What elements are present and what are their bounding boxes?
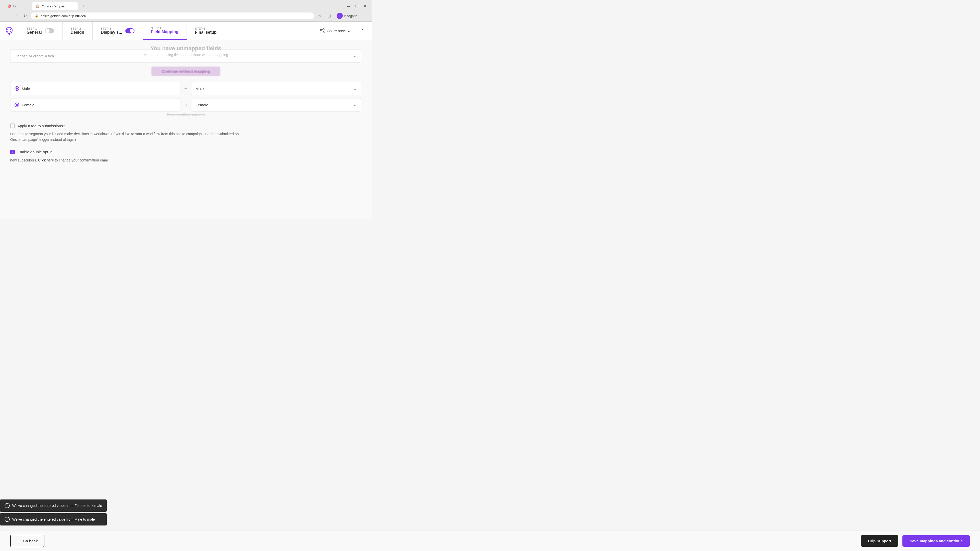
drip-logo-icon — [4, 26, 14, 36]
mapping-source-male-label: Male — [22, 86, 30, 91]
mapping-arrow-male: → — [183, 86, 188, 91]
bookmark-button[interactable]: ☆ — [316, 12, 323, 19]
step-field-mapping-number: STEP 4 — [151, 27, 179, 30]
header-actions: Share preview ⋮ — [310, 22, 372, 40]
field-selector-chevron-icon: ⌄ — [353, 53, 357, 59]
step-display-name: Display s... — [101, 30, 122, 35]
step-general-toggle[interactable] — [45, 28, 54, 33]
svg-line-6 — [321, 29, 323, 30]
step-final-setup-number: STEP 5 — [195, 27, 216, 30]
tag-section: Apply a tag to submissions? Use tags to … — [10, 124, 361, 143]
step-general-number: STEP 1 — [27, 27, 42, 30]
drip-tab-favicon: 🎯 — [7, 4, 11, 8]
double-optin-section: ✓ Enable double opt-in new subscribers. … — [10, 150, 361, 163]
double-optin-check-icon: ✓ — [11, 150, 14, 154]
step-design-name: Design — [71, 30, 84, 35]
step-final-setup-name: Final setup — [195, 30, 216, 35]
share-preview-button[interactable]: Share preview — [316, 25, 355, 36]
step-final-setup[interactable]: STEP 5 Final setup — [187, 22, 225, 40]
app-logo — [0, 22, 18, 40]
svg-point-1 — [7, 29, 8, 30]
general-toggle-thumb — [45, 29, 49, 33]
app-header: STEP 1 General STEP 2 Design STEP 3 Disp… — [0, 22, 372, 40]
address-text: onsite.getdrip.com/drip-builder/ — [41, 14, 86, 18]
continue-without-mapping-below[interactable]: Continue without mapping — [10, 113, 361, 116]
svg-point-5 — [323, 31, 325, 32]
address-bar[interactable]: 🔒 onsite.getdrip.com/drip-builder/ — [30, 13, 314, 19]
browser-more-button[interactable]: ⋮ — [361, 12, 369, 19]
steps-nav: STEP 1 General STEP 2 Design STEP 3 Disp… — [18, 22, 310, 40]
double-optin-label: Enable double opt-in — [18, 150, 52, 154]
mapping-target-male-label: Male — [196, 86, 204, 91]
field-selector-dropdown[interactable]: Choose or create a field... ⌄ — [10, 49, 361, 62]
radio-male-inner — [16, 87, 18, 89]
svg-point-0 — [6, 27, 12, 33]
confirmation-suffix-text: to change your confirmation email. — [54, 158, 110, 162]
step-design-info: STEP 2 Design — [71, 27, 84, 35]
address-bar-row: ← → ↻ 🔒 onsite.getdrip.com/drip-builder/… — [0, 10, 372, 21]
new-tab-button[interactable]: + — [80, 3, 87, 10]
mapping-target-female-label: Female — [196, 103, 208, 107]
step-display-toggle[interactable] — [125, 28, 135, 33]
main-content: You have unmapped fields Map the remaini… — [0, 40, 372, 219]
svg-line-7 — [321, 30, 323, 32]
mapping-target-male[interactable]: Male ⌄ — [191, 82, 361, 95]
step-field-mapping[interactable]: STEP 4 Field Mapping — [143, 22, 187, 40]
drip-tab-label: Drip — [13, 4, 19, 8]
profile-button[interactable]: I Incognito — [334, 12, 360, 20]
title-bar: 🎯 Drip ✕ 📋 Onsite Campaign ✕ + ⌄ — ❐ ✕ — [0, 0, 372, 10]
drip-tab-close[interactable]: ✕ — [21, 4, 25, 8]
step-design[interactable]: STEP 2 Design — [62, 22, 93, 40]
profile-label: Incognito — [344, 14, 357, 18]
radio-female[interactable] — [14, 103, 19, 107]
double-optin-row: ✓ Enable double opt-in — [10, 150, 361, 154]
onsite-tab-label: Onsite Campaign — [42, 4, 67, 8]
click-here-link[interactable]: Click here — [38, 158, 54, 162]
share-icon — [320, 27, 325, 34]
close-button[interactable]: ✕ — [361, 3, 369, 10]
restore-button[interactable]: ❐ — [353, 3, 360, 10]
onsite-tab-close[interactable]: ✕ — [69, 4, 73, 8]
extensions-button[interactable]: ⊡ — [325, 12, 332, 19]
tab-drip[interactable]: 🎯 Drip ✕ — [3, 2, 30, 10]
step-design-number: STEP 2 — [71, 27, 84, 30]
refresh-button[interactable]: ↻ — [21, 12, 29, 19]
step-field-mapping-info: STEP 4 Field Mapping — [151, 27, 179, 34]
apply-tag-row: Apply a tag to submissions? — [10, 124, 361, 128]
general-toggle-track[interactable] — [45, 28, 54, 33]
mapping-arrow-female: → — [183, 102, 188, 108]
more-options-button[interactable]: ⋮ — [358, 27, 366, 35]
svg-point-3 — [323, 28, 325, 29]
forward-button[interactable]: → — [12, 12, 19, 19]
confirmation-new-subscribers: new subscribers. — [10, 158, 38, 162]
share-preview-label: Share preview — [328, 29, 350, 33]
step-display-info: STEP 3 Display s... — [101, 27, 122, 35]
back-button[interactable]: ← — [3, 12, 10, 19]
tag-description: Use tags to segment your list and make d… — [10, 131, 240, 143]
minimize-window-button[interactable]: ⌄ — [337, 3, 344, 10]
step-display[interactable]: STEP 3 Display s... — [93, 22, 143, 40]
step-general[interactable]: STEP 1 General — [18, 22, 62, 40]
confirmation-text: new subscribers. Click here to change yo… — [10, 157, 240, 163]
mapping-rows: Male → Male ⌄ Female → Female — [10, 82, 361, 111]
radio-male[interactable] — [14, 86, 19, 91]
tab-onsite[interactable]: 📋 Onsite Campaign ✕ — [32, 2, 78, 10]
browser-chrome: 🎯 Drip ✕ 📋 Onsite Campaign ✕ + ⌄ — ❐ ✕ ←… — [0, 0, 372, 22]
display-toggle-thumb — [130, 29, 134, 33]
step-general-name: General — [27, 30, 42, 35]
svg-point-2 — [10, 29, 11, 30]
field-selector-placeholder: Choose or create a field... — [14, 54, 59, 58]
display-toggle-track[interactable] — [125, 28, 135, 33]
mapping-target-female-chevron: ⌄ — [353, 102, 357, 108]
apply-tag-checkbox[interactable] — [10, 124, 15, 128]
double-optin-checkbox[interactable]: ✓ — [10, 150, 15, 154]
step-display-number: STEP 3 — [101, 27, 122, 30]
mapping-area-wrapper: You have unmapped fields Map the remaini… — [10, 40, 361, 116]
step-general-info: STEP 1 General — [27, 27, 42, 35]
continue-without-mapping-hint: Continue without mapping — [151, 67, 220, 76]
step-final-setup-info: STEP 5 Final setup — [195, 27, 216, 35]
mapping-target-female[interactable]: Female ⌄ — [191, 98, 361, 111]
mapping-source-male: Male — [10, 82, 180, 95]
window-controls: ⌄ — ❐ ✕ — [337, 3, 369, 10]
minimize-button[interactable]: — — [345, 3, 352, 10]
